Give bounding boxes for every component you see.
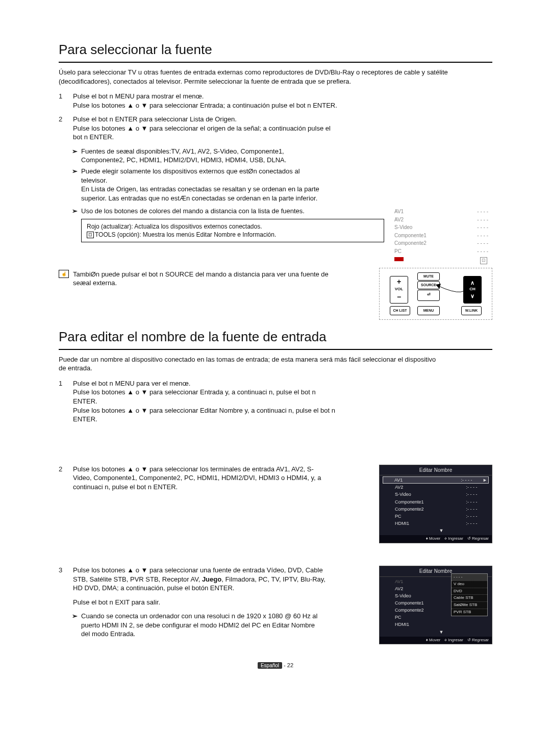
osd-value: - - - - <box>477 232 488 239</box>
popup-item: - - - - <box>452 574 487 581</box>
section1-heading: Para seleccionar la fuente <box>59 41 492 60</box>
bullet-icon: ➢ <box>72 207 81 216</box>
step-num: 1 <box>59 379 73 424</box>
osd-footer-regresar: Regresar <box>472 536 489 541</box>
osd-row-val: - - - - <box>467 506 488 512</box>
osd-row-label: AV1 <box>394 477 461 483</box>
s1-step2-line2: Pulse los botones ▲ o ▼ para seleccionar… <box>73 124 338 142</box>
edit-name-osd-1: Editar Nombre AV1:- - - -► AV2:- - - - S… <box>379 465 492 543</box>
s2-step2-body: Pulse los botones ▲ o ▼ para seleccionar… <box>73 465 328 492</box>
remote-wlink-button: W.LINK <box>461 306 482 315</box>
osd-row-label: AV2 <box>395 484 466 490</box>
s2-step3-l1: Pulse los botones ▲ o ▼ para seleccionar… <box>73 566 328 593</box>
callout-arrow-icon <box>433 274 473 305</box>
note-line1: Rojo (actualizar): Actualiza los disposi… <box>87 222 379 231</box>
remote-icon: ☝ <box>59 270 69 278</box>
osd-value: - - - - <box>477 224 488 231</box>
osd-title: Editar Nombre <box>380 465 492 476</box>
s1-sub2-text: Puede elegir solamente los dispositivos … <box>81 167 321 185</box>
s2-step3-l2: Pulse el bot n EXIT para salir. <box>73 598 328 607</box>
osd-item: Componente1 <box>394 232 427 239</box>
step-num: 2 <box>59 465 73 492</box>
osd-item: S-Video <box>394 224 412 231</box>
page-footer: Español - 22 <box>59 662 492 669</box>
tools-icon: ⊡ <box>480 257 487 264</box>
popup-item: V deo <box>452 581 487 588</box>
osd-footer-ingresar: Ingresar <box>448 536 463 541</box>
step-num: 3 <box>59 566 73 607</box>
osd-item: Componente2 <box>394 240 427 247</box>
osd-value: - - - - <box>477 240 488 247</box>
step-num: 2 <box>59 115 73 142</box>
rule <box>59 349 492 350</box>
remote-diagram: + VOL − MUTE SOURCE ⏎ ∧ CH ∨ CH LIST MEN… <box>379 268 492 320</box>
section2-heading: Para editar el nombre de la fuente de en… <box>59 328 492 347</box>
bullet-icon: ➢ <box>72 167 81 203</box>
s2-sub1-text: Cuando se conecta un ordenador con una r… <box>81 612 321 639</box>
osd-caret-icon: ► <box>483 477 487 483</box>
osd-more-icon: ▼ <box>439 527 444 534</box>
osd-item: AV1 <box>394 208 404 215</box>
osd-row-val: - - - - <box>467 491 488 497</box>
remote-chlist-button: CH LIST <box>390 306 410 315</box>
osd-row-label: S-Video <box>395 491 466 497</box>
source-list-osd: AV1- - - - AV2- - - - S-Video- - - - Com… <box>390 205 492 268</box>
section2-intro: Puede dar un nombre al dispositivo conec… <box>59 355 436 373</box>
s2-step2: 2 Pulse los botones ▲ o ▼ para seleccion… <box>59 465 373 492</box>
s1-sub2: ➢ Puede elegir solamente los dispositivo… <box>72 167 492 203</box>
s2-step1-l1: Pulse el bot n MENU para ver el menœ. <box>73 379 338 388</box>
rule <box>59 62 492 63</box>
s2-step3: 3 Pulse los botones ▲ o ▼ para seleccion… <box>59 566 373 607</box>
svg-marker-0 <box>436 284 441 289</box>
s2-step1-l2: Pulse los botones ▲ o ▼ para seleccionar… <box>73 388 338 406</box>
osd-footer-mover: Mover <box>429 536 440 541</box>
osd-footer-mover: Mover <box>429 638 440 642</box>
bullet-icon: ➢ <box>72 612 81 639</box>
step-num: 1 <box>59 92 73 110</box>
osd-value: - - - - <box>477 216 488 223</box>
osd-row-label: HDMI1 <box>395 520 466 526</box>
s2-step1: 1 Pulse el bot n MENU para ver el menœ. … <box>59 379 492 424</box>
osd-value: - - - - <box>477 208 488 215</box>
popup-item: Cable STB <box>452 594 487 601</box>
s1-step1: 1 Pulse el bot n MENU para mostrar el me… <box>59 92 492 110</box>
s1-step1-line1: Pulse el bot n MENU para mostrar el menœ… <box>73 92 492 101</box>
osd-value: - - - - <box>477 248 488 255</box>
s1-step2: 2 Pulse el bot n ENTER para seleccionar … <box>59 115 492 142</box>
osd-row-val: - - - - <box>462 477 483 483</box>
footer-lang: Español <box>258 662 282 669</box>
popup-item: DVD <box>452 588 487 595</box>
osd-row-val: - - - - <box>467 513 488 519</box>
osd-popup-list: - - - - V deo DVD Cable STB SatØlite STB… <box>451 573 488 616</box>
s1-sub3: ➢ Uso de los botones de colores del mand… <box>72 207 384 216</box>
osd-row-val: - - - - <box>467 499 488 505</box>
popup-item: PVR STB <box>452 609 487 616</box>
osd-row-label: Componente2 <box>395 506 466 512</box>
footer-page: 22 <box>287 662 293 668</box>
s1-sub3-text: Uso de los botones de colores del mando … <box>81 207 305 216</box>
popup-item: SatØlite STB <box>452 601 487 609</box>
s1-sub2b-text: En Lista de Origen, las entradas conecta… <box>81 185 321 203</box>
osd-item: PC <box>394 248 402 255</box>
s2-step1-l3: Pulse los botones ▲ o ▼ para seleccionar… <box>73 406 338 424</box>
osd-item: AV2 <box>394 216 404 223</box>
s1-sub1-text: Fuentes de seæal disponibles:TV, AV1, AV… <box>81 147 321 165</box>
remote-tip-text: TambiØn puede pulsar el bot n SOURCE del… <box>73 270 331 288</box>
edit-name-osd-2: Editar Nombre AV1 AV2 S-Video Componente… <box>379 566 492 644</box>
osd-footer-ingresar: Ingresar <box>448 638 463 642</box>
remote-vol-label: VOL <box>395 287 403 292</box>
osd-row-label: Componente1 <box>395 499 466 505</box>
osd-footer-regresar: Regresar <box>472 638 489 642</box>
section1-intro: Úselo para seleccionar TV u otras fuente… <box>59 68 492 86</box>
osd-row-val: - - - - <box>467 484 488 490</box>
osd-row-val: - - - - <box>467 520 488 526</box>
tools-icon: ⊡ <box>87 232 94 238</box>
note-box: Rojo (actualizar): Actualiza los disposi… <box>81 219 384 242</box>
note-line2: TOOLS (opción): Muestra los menús Editar… <box>95 231 276 238</box>
s1-step2-line1: Pulse el bot n ENTER para seleccionar Li… <box>73 115 492 124</box>
red-color-key-icon <box>394 257 404 261</box>
osd-more-icon: ▼ <box>439 629 444 635</box>
remote-menu-button: MENU <box>417 306 440 315</box>
bullet-icon: ➢ <box>72 147 81 165</box>
osd-row-label: PC <box>395 513 466 519</box>
